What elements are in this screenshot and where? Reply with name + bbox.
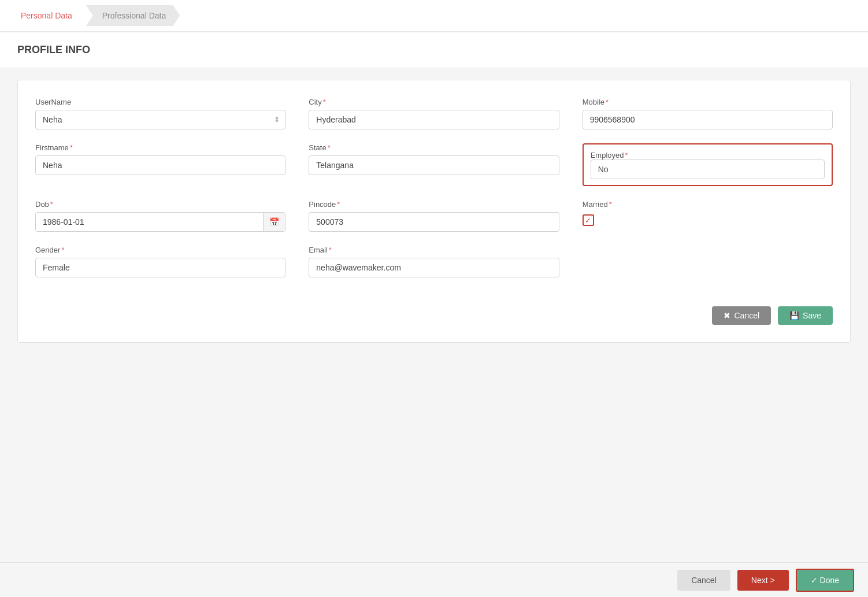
- step-personal-data[interactable]: Personal Data: [12, 5, 86, 26]
- pincode-label: Pincode*: [309, 200, 559, 209]
- dob-date-wrapper[interactable]: 📅: [35, 212, 285, 232]
- step2-label: Professional Data: [102, 11, 166, 20]
- cancel-label: Cancel: [734, 311, 759, 320]
- employed-label: Employed*: [591, 151, 628, 160]
- email-group: Email*: [309, 246, 559, 277]
- gender-label: Gender*: [35, 246, 285, 254]
- married-checkbox-wrapper[interactable]: ✓: [583, 214, 833, 226]
- calendar-icon[interactable]: 📅: [263, 213, 285, 231]
- pincode-group: Pincode*: [309, 200, 559, 232]
- married-label: Married*: [583, 200, 833, 209]
- married-group: Married* ✓: [583, 200, 833, 232]
- gender-group: Gender*: [35, 246, 285, 277]
- state-label: State*: [309, 143, 559, 152]
- married-checkbox[interactable]: ✓: [583, 214, 594, 226]
- employed-highlighted-group: Employed*: [583, 143, 833, 186]
- mobile-group: Mobile*: [583, 98, 833, 129]
- save-label: Save: [803, 311, 821, 320]
- form-grid: UserName Neha ⇕ City* Mobile*: [35, 98, 833, 277]
- firstname-group: Firstname*: [35, 143, 285, 186]
- save-button[interactable]: 💾 Save: [778, 306, 833, 325]
- username-select[interactable]: Neha: [35, 110, 285, 129]
- state-group: State*: [309, 143, 559, 186]
- city-input[interactable]: [309, 110, 559, 129]
- cancel-icon: ✖: [724, 311, 730, 320]
- breadcrumb-stepper: Personal Data Professional Data: [0, 0, 868, 32]
- save-icon: 💾: [789, 311, 799, 320]
- username-select-wrapper[interactable]: Neha ⇕: [35, 110, 285, 129]
- username-label: UserName: [35, 98, 285, 106]
- page-title-section: PROFILE Info: [0, 32, 868, 68]
- mobile-label: Mobile*: [583, 98, 833, 106]
- state-input[interactable]: [309, 155, 559, 175]
- dob-label: Dob*: [35, 200, 285, 209]
- mobile-input[interactable]: [583, 110, 833, 129]
- form-actions: ✖ Cancel 💾 Save: [35, 295, 833, 325]
- page-title: PROFILE Info: [17, 44, 851, 56]
- employed-group-wrapper: Employed*: [583, 143, 833, 186]
- employed-input[interactable]: [591, 160, 825, 179]
- email-input[interactable]: [309, 258, 559, 277]
- step1-label: Personal Data: [21, 11, 72, 20]
- profile-form-card: UserName Neha ⇕ City* Mobile*: [17, 80, 851, 343]
- email-label: Email*: [309, 246, 559, 254]
- city-group: City*: [309, 98, 559, 129]
- dob-input[interactable]: [36, 213, 263, 231]
- gender-input[interactable]: [35, 258, 285, 277]
- username-group: UserName Neha ⇕: [35, 98, 285, 129]
- dob-group: Dob* 📅: [35, 200, 285, 232]
- step-professional-data[interactable]: Professional Data: [86, 5, 180, 26]
- cancel-button[interactable]: ✖ Cancel: [712, 306, 771, 325]
- firstname-label: Firstname*: [35, 143, 285, 152]
- city-label: City*: [309, 98, 559, 106]
- pincode-input[interactable]: [309, 212, 559, 232]
- empty-cell: [583, 246, 833, 277]
- firstname-input[interactable]: [35, 155, 285, 175]
